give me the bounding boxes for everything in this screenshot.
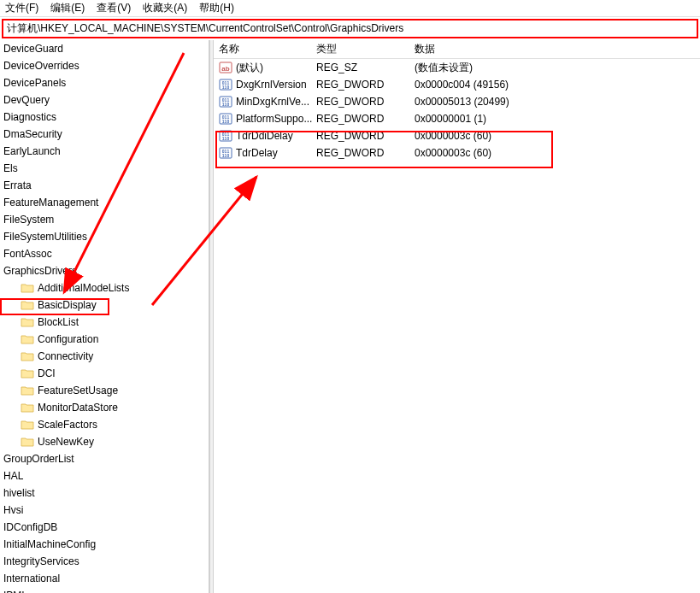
- tree-item-label: BlockList: [38, 316, 79, 328]
- value-type: REG_DWORD: [316, 147, 415, 159]
- tree-item-label: Configuration: [38, 333, 98, 345]
- value-data: 0x0000003c (60): [415, 130, 700, 142]
- tree-item[interactable]: IPMI: [0, 587, 209, 593]
- tree-item[interactable]: hivelist: [0, 484, 209, 502]
- tree-item-label: GroupOrderList: [3, 453, 74, 465]
- value-name: PlatformSuppo...: [236, 113, 312, 125]
- tree-item[interactable]: IntegrityServices: [0, 553, 209, 570]
- value-type: REG_DWORD: [316, 79, 415, 91]
- value-name: TdrDelay: [236, 147, 278, 159]
- value-type: REG_DWORD: [316, 130, 415, 142]
- tree-item[interactable]: GroupOrderList: [0, 450, 209, 467]
- value-row[interactable]: 011110TdrDelayREG_DWORD0x0000003c (60): [214, 144, 700, 161]
- value-row[interactable]: 011110DxgKrnlVersionREG_DWORD0x0000c004 …: [214, 76, 700, 93]
- menu-edit[interactable]: 编辑(E): [50, 1, 85, 15]
- folder-icon: [21, 299, 34, 311]
- reg-dword-icon: 011110: [219, 112, 232, 126]
- tree-item[interactable]: Diagnostics: [0, 109, 209, 126]
- tree-item[interactable]: Configuration: [0, 331, 209, 348]
- tree-item[interactable]: IDConfigDB: [0, 519, 209, 536]
- tree-item[interactable]: FileSystemUtilities: [0, 228, 209, 245]
- tree-item-label: DeviceGuard: [3, 43, 63, 55]
- tree-item[interactable]: FontAssoc: [0, 245, 209, 262]
- tree-item[interactable]: DCI: [0, 365, 209, 382]
- menu-file[interactable]: 文件(F): [5, 1, 38, 15]
- svg-text:110: 110: [222, 102, 230, 107]
- folder-icon: [21, 402, 34, 414]
- menu-favorites[interactable]: 收藏夹(A): [143, 1, 187, 15]
- value-row[interactable]: 011110PlatformSuppo...REG_DWORD0x0000000…: [214, 110, 700, 127]
- tree-item[interactable]: Els: [0, 160, 209, 177]
- reg-dword-icon: 011110: [219, 146, 232, 160]
- folder-icon: [21, 385, 34, 396]
- tree-item-label: IntegrityServices: [3, 555, 79, 567]
- tree-item[interactable]: UseNewKey: [0, 433, 209, 450]
- tree-item[interactable]: International: [0, 570, 209, 587]
- tree-item[interactable]: EarlyLaunch: [0, 143, 209, 160]
- folder-icon: [21, 367, 34, 379]
- tree-item[interactable]: Hvsi: [0, 502, 209, 519]
- reg-dword-icon: 011110: [219, 78, 232, 91]
- tree-item-label: MonitorDataStore: [38, 402, 118, 414]
- reg-string-icon: ab: [219, 61, 232, 74]
- value-name: (默认): [236, 61, 263, 75]
- tree-item[interactable]: BasicDisplay: [0, 296, 209, 314]
- tree-item-label: HAL: [3, 470, 23, 482]
- value-row[interactable]: 011110MinDxgKrnlVe...REG_DWORD0x00005013…: [214, 93, 700, 110]
- tree-item-label: Diagnostics: [3, 111, 56, 123]
- value-row[interactable]: 011110TdrDdiDelayREG_DWORD0x0000003c (60…: [214, 127, 700, 144]
- reg-dword-icon: 011110: [219, 129, 232, 143]
- tree-item-label: FileSystemUtilities: [3, 231, 87, 243]
- tree-item-label: DCI: [38, 367, 56, 379]
- reg-dword-icon: 011110: [219, 95, 232, 109]
- value-data: 0x00000001 (1): [415, 113, 700, 125]
- value-type: REG_DWORD: [316, 113, 415, 125]
- tree-item[interactable]: ScaleFactors: [0, 416, 209, 433]
- tree-item[interactable]: DevQuery: [0, 91, 209, 109]
- registry-tree-panel[interactable]: DeviceGuardDeviceOverridesDevicePanelsDe…: [0, 40, 209, 593]
- tree-item-label: BasicDisplay: [38, 299, 97, 311]
- value-data: 0x00005013 (20499): [415, 96, 700, 108]
- menu-view[interactable]: 查看(V): [97, 1, 131, 15]
- column-header-name[interactable]: 名称: [214, 42, 316, 56]
- tree-item-label: International: [3, 572, 60, 584]
- tree-item-label: Connectivity: [38, 350, 93, 362]
- value-data: 0x0000c004 (49156): [415, 79, 700, 91]
- tree-item-label: Hvsi: [3, 504, 23, 516]
- tree-item[interactable]: DevicePanels: [0, 74, 209, 91]
- tree-item[interactable]: BlockList: [0, 314, 209, 331]
- tree-item[interactable]: DmaSecurity: [0, 126, 209, 143]
- value-data: 0x0000003c (60): [415, 147, 700, 159]
- tree-item[interactable]: GraphicsDrivers: [0, 262, 209, 279]
- tree-item-label: hivelist: [3, 487, 35, 499]
- menu-help[interactable]: 帮助(H): [199, 1, 234, 15]
- folder-icon: [21, 333, 34, 345]
- tree-item[interactable]: InitialMachineConfig: [0, 536, 209, 553]
- tree-item-label: IPMI: [3, 590, 25, 593]
- tree-item[interactable]: FileSystem: [0, 211, 209, 228]
- svg-text:110: 110: [222, 85, 230, 90]
- tree-item-label: ScaleFactors: [38, 419, 97, 431]
- value-type: REG_SZ: [316, 62, 415, 73]
- column-header-data[interactable]: 数据: [415, 42, 700, 56]
- tree-item[interactable]: FeatureManagement: [0, 194, 209, 211]
- tree-item[interactable]: MonitorDataStore: [0, 399, 209, 416]
- tree-item[interactable]: FeatureSetUsage: [0, 382, 209, 399]
- folder-icon: [21, 350, 34, 362]
- tree-item[interactable]: AdditionalModeLists: [0, 279, 209, 296]
- tree-item[interactable]: DeviceGuard: [0, 40, 209, 57]
- value-row[interactable]: ab(默认)REG_SZ(数值未设置): [214, 59, 700, 76]
- address-bar[interactable]: 计算机\HKEY_LOCAL_MACHINE\SYSTEM\CurrentCon…: [2, 19, 698, 38]
- column-header-type[interactable]: 类型: [316, 42, 415, 56]
- tree-item-label: DevicePanels: [3, 77, 66, 89]
- tree-item[interactable]: Connectivity: [0, 348, 209, 365]
- tree-item[interactable]: Errata: [0, 177, 209, 194]
- value-name: DxgKrnlVersion: [236, 79, 307, 91]
- tree-item[interactable]: DeviceOverrides: [0, 57, 209, 74]
- tree-item-label: EarlyLaunch: [3, 145, 61, 157]
- value-data: (数值未设置): [415, 61, 700, 75]
- tree-item-label: InitialMachineConfig: [3, 538, 96, 550]
- folder-icon: [21, 316, 34, 328]
- tree-item[interactable]: HAL: [0, 467, 209, 484]
- value-name: MinDxgKrnlVe...: [236, 96, 309, 108]
